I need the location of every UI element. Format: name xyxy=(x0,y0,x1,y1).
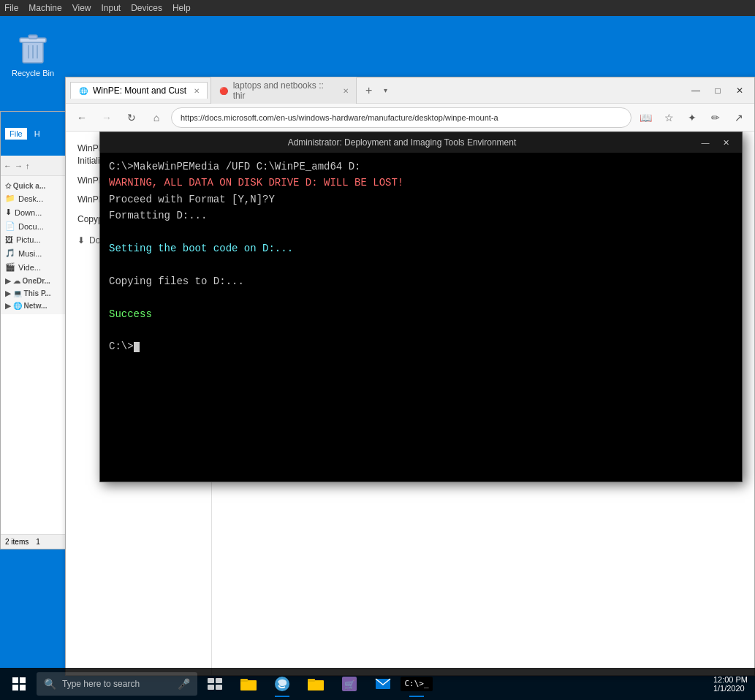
taskbar-folder[interactable] xyxy=(300,669,332,699)
menu-view[interactable]: View xyxy=(72,3,91,13)
fe-item-music[interactable]: 🎵Musi... xyxy=(1,246,68,260)
tab-label-1: laptops and netbooks :: thir xyxy=(233,80,335,101)
cmd-body[interactable]: C:\>MakeWinPEMedia /UFD C:\WinPE_amd64 D… xyxy=(100,153,742,482)
fe-status-bar: 2 items 1 xyxy=(1,534,67,549)
desktop: Recycle Bin File H ← → ↑ ✩ Quick a... 📁D… xyxy=(0,16,755,700)
svg-rect-7 xyxy=(20,677,26,683)
menu-machine[interactable]: Machine xyxy=(29,3,61,13)
cmd-line-3: Formatting D:... xyxy=(109,208,733,224)
fe-forward-btn[interactable]: → xyxy=(15,161,23,170)
tab-close-1[interactable]: ✕ xyxy=(343,87,349,95)
fe-item-pictures[interactable]: 🖼Pictu... xyxy=(1,233,68,246)
cmd-cursor xyxy=(134,342,140,352)
browser-content: Administrator: Deployment and Imaging To… xyxy=(66,132,754,675)
cmd-line-5: Copying files to D:... xyxy=(109,273,733,289)
svg-rect-8 xyxy=(12,685,18,691)
recycle-bin-label: Recycle Bin xyxy=(12,69,54,77)
fe-sidebar: ✩ Quick a... 📁Desk... ⬇Down... 📄Docu... … xyxy=(1,176,68,314)
svg-rect-6 xyxy=(12,677,18,683)
download-icon: ⬇ xyxy=(77,235,85,246)
fe-section-network: ▶ 🌐 Netw... xyxy=(1,299,68,311)
fe-item-videos[interactable]: 🎬Vide... xyxy=(1,260,68,274)
taskbar-search-input[interactable] xyxy=(62,679,172,689)
recycle-bin-icon[interactable]: Recycle Bin xyxy=(7,31,58,77)
cmd-minimize-btn[interactable]: — xyxy=(697,136,714,149)
maximize-button[interactable]: □ xyxy=(707,80,728,101)
address-bar[interactable] xyxy=(171,107,631,128)
close-button[interactable]: ✕ xyxy=(729,80,750,101)
fe-up-btn[interactable]: ↑ xyxy=(26,161,30,170)
cmd-line-6: Success xyxy=(109,306,733,322)
fe-section-onedrive: ▶ ☁ OneDr... xyxy=(1,274,68,286)
menu-devices[interactable]: Devices xyxy=(131,3,162,13)
fe-tab-home[interactable]: H xyxy=(30,128,45,140)
svg-rect-2 xyxy=(29,35,37,39)
cmd-line-4: Setting the boot code on D:... xyxy=(109,240,733,256)
svg-rect-12 xyxy=(208,685,214,690)
svg-rect-18 xyxy=(308,679,315,682)
fe-tab-file[interactable]: File xyxy=(5,128,27,140)
notes-icon[interactable]: ✏ xyxy=(706,108,725,127)
svg-rect-13 xyxy=(216,685,222,690)
taskbar-time: 12:00 PM1/1/2020 xyxy=(713,675,748,693)
fe-status-items: 2 items xyxy=(5,538,29,546)
taskbar-right: 12:00 PM1/1/2020 xyxy=(713,675,752,693)
refresh-button[interactable]: ↻ xyxy=(121,107,142,128)
taskbar-store[interactable]: 🛒 xyxy=(333,669,365,699)
svg-rect-9 xyxy=(20,685,26,691)
tab-favicon-1: 🔴 xyxy=(219,85,229,96)
start-button[interactable] xyxy=(3,669,35,699)
taskbar-edge[interactable] xyxy=(266,669,298,699)
svg-text:🛒: 🛒 xyxy=(344,679,355,690)
fe-back-btn[interactable]: ← xyxy=(4,161,12,170)
favorites-icon[interactable]: ☆ xyxy=(659,108,678,127)
tab-favicon-0: 🌐 xyxy=(78,85,88,96)
hub-icon[interactable]: ✦ xyxy=(683,108,702,127)
tab-close-0[interactable]: ✕ xyxy=(194,87,200,95)
taskbar-cmd[interactable]: C:\>_ xyxy=(401,669,433,699)
cmd-prompt-line: C:\> xyxy=(109,338,733,354)
cmd-line-0: C:\>MakeWinPEMedia /UFD C:\WinPE_amd64 D… xyxy=(109,159,733,175)
fe-item-desktop[interactable]: 📁Desk... xyxy=(1,191,68,205)
file-explorer-window: File H ← → ↑ ✩ Quick a... 📁Desk... ⬇Down… xyxy=(0,111,68,549)
forward-button[interactable]: → xyxy=(96,107,117,128)
svg-rect-10 xyxy=(208,678,214,683)
cmd-window: Administrator: Deployment and Imaging To… xyxy=(99,132,743,482)
home-button[interactable]: ⌂ xyxy=(146,107,167,128)
taskbar-file-explorer[interactable] xyxy=(232,669,265,699)
fe-section-thispc: ▶ 💻 This P... xyxy=(1,286,68,299)
vm-menubar: File Machine View Input Devices Help xyxy=(0,0,755,16)
cmd-win-controls: — ✕ xyxy=(697,136,735,149)
browser-tab-0[interactable]: 🌐 WinPE: Mount and Cust ✕ xyxy=(70,82,208,99)
fe-ribbon: File H xyxy=(1,112,67,156)
svg-rect-14 xyxy=(240,680,257,691)
microphone-icon[interactable]: 🎤 xyxy=(178,678,190,690)
fe-item-documents[interactable]: 📄Docu... xyxy=(1,219,68,233)
back-button[interactable]: ← xyxy=(72,107,92,128)
menu-input[interactable]: Input xyxy=(102,3,121,13)
cmd-line-1: WARNING, ALL DATA ON DISK DRIVE D: WILL … xyxy=(109,175,733,191)
browser-win-controls: — □ ✕ xyxy=(686,80,750,101)
taskbar-search[interactable]: 🔍 🎤 xyxy=(37,672,197,696)
reader-view-icon[interactable]: 📖 xyxy=(636,108,655,127)
tab-list-dropdown[interactable]: ▾ xyxy=(381,86,390,94)
cmd-close-btn[interactable]: ✕ xyxy=(717,136,735,149)
browser-navbar: ← → ↻ ⌂ 📖 ☆ ✦ ✏ ↗ xyxy=(66,104,754,132)
svg-rect-11 xyxy=(216,678,222,683)
minimize-button[interactable]: — xyxy=(686,80,706,101)
fe-item-downloads[interactable]: ⬇Down... xyxy=(1,205,68,219)
menu-help[interactable]: Help xyxy=(172,3,191,13)
taskbar-task-view[interactable] xyxy=(199,669,231,699)
new-tab-button[interactable]: + xyxy=(360,84,378,97)
fe-status-selected: 1 xyxy=(36,538,40,546)
cmd-line-2: Proceed with Format [Y,N]?Y xyxy=(109,191,733,208)
fe-nav-bar: ← → ↑ xyxy=(1,156,67,176)
tab-label-0: WinPE: Mount and Cust xyxy=(93,85,186,96)
share-icon[interactable]: ↗ xyxy=(729,108,748,127)
taskbar-mail[interactable] xyxy=(367,669,399,699)
svg-rect-17 xyxy=(308,680,324,691)
browser-window: 🌐 WinPE: Mount and Cust ✕ 🔴 laptops and … xyxy=(65,77,755,676)
browser-tab-1[interactable]: 🔴 laptops and netbooks :: thir ✕ xyxy=(210,77,357,104)
menu-file[interactable]: File xyxy=(4,3,18,13)
svg-rect-15 xyxy=(240,679,248,682)
